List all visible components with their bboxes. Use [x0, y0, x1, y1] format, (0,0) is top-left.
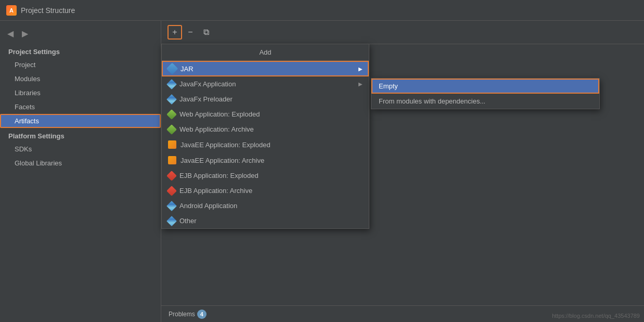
- javafx-preloader-icon: [166, 94, 177, 105]
- menu-item-javafx-preloader[interactable]: JavaFx Preloader: [162, 92, 369, 107]
- main-container: ◀ ▶ Project Settings Project Modules Lib…: [0, 21, 644, 322]
- add-dropdown-overlay: Add JAR ▶ Empty From modules with depend…: [161, 44, 369, 229]
- sidebar-item-artifacts[interactable]: Artifacts: [0, 114, 161, 128]
- javaee-archive-icon: [168, 156, 176, 164]
- menu-item-javaee-exploded-label: JavaEE Application: Exploded: [181, 141, 271, 149]
- content-area: + − ⧉ Add JAR ▶ Empty From modules with …: [161, 21, 644, 322]
- problems-item[interactable]: Problems 4: [165, 307, 210, 321]
- javafx-app-arrow-icon: ▶: [358, 81, 363, 87]
- menu-item-ejb-archive-label: EJB Application: Archive: [179, 187, 252, 195]
- copy-button[interactable]: ⧉: [199, 25, 213, 40]
- other-icon: [166, 216, 177, 226]
- menu-item-web-app-archive[interactable]: Web Application: Archive: [162, 122, 369, 137]
- window-title: Project Structure: [21, 6, 75, 15]
- toolbar: + − ⧉: [161, 21, 644, 44]
- platform-settings-header: Platform Settings: [0, 128, 161, 142]
- menu-item-jar[interactable]: JAR ▶ Empty From modules with dependenci…: [162, 61, 369, 76]
- problems-badge: 4: [197, 310, 207, 319]
- javafx-app-icon: [166, 79, 177, 89]
- menu-item-web-app-archive-label: Web Application: Archive: [179, 125, 254, 133]
- menu-item-web-app-exploded[interactable]: Web Application: Exploded: [162, 107, 369, 122]
- menu-item-ejb-exploded[interactable]: EJB Application: Exploded: [162, 168, 369, 183]
- ejb-archive-icon: [166, 186, 177, 196]
- sidebar-item-modules[interactable]: Modules: [0, 72, 161, 86]
- menu-item-ejb-archive[interactable]: EJB Application: Archive: [162, 183, 369, 198]
- sidebar-item-project[interactable]: Project: [0, 58, 161, 72]
- forward-button[interactable]: ▶: [19, 27, 31, 40]
- menu-item-other-label: Other: [179, 217, 197, 225]
- jar-icon: [166, 63, 178, 75]
- menu-item-javaee-exploded[interactable]: JavaEE Application: Exploded: [162, 137, 369, 152]
- menu-item-javaee-archive-label: JavaEE Application: Archive: [181, 157, 264, 164]
- sidebar-item-libraries[interactable]: Libraries: [0, 86, 161, 100]
- menu-item-javaee-archive[interactable]: JavaEE Application: Archive: [162, 152, 369, 168]
- sidebar-item-global-libraries[interactable]: Global Libraries: [0, 156, 161, 170]
- android-app-icon: [166, 201, 177, 211]
- menu-item-web-app-exploded-label: Web Application: Exploded: [179, 110, 260, 118]
- web-app-exploded-icon: [166, 109, 177, 120]
- add-button[interactable]: +: [168, 25, 182, 40]
- sidebar-item-sdks[interactable]: SDKs: [0, 142, 161, 156]
- submenu-item-from-modules[interactable]: From modules with dependencies...: [371, 94, 599, 109]
- title-bar: A Project Structure: [0, 0, 644, 21]
- sidebar: ◀ ▶ Project Settings Project Modules Lib…: [0, 21, 161, 322]
- remove-button[interactable]: −: [183, 25, 198, 40]
- menu-item-jar-label: JAR: [181, 65, 194, 73]
- add-menu-title: Add: [162, 44, 369, 61]
- menu-item-other[interactable]: Other: [162, 213, 369, 228]
- url-hint: https://blog.csdn.net/qq_43543789: [552, 313, 640, 319]
- submenu-item-empty[interactable]: Empty: [371, 79, 599, 94]
- menu-item-javafx-app-label: JavaFx Application: [179, 80, 236, 88]
- menu-item-android-app[interactable]: Android Application: [162, 198, 369, 213]
- javaee-exploded-icon: [168, 140, 176, 149]
- menu-item-ejb-exploded-label: EJB Application: Exploded: [179, 172, 259, 179]
- ejb-exploded-icon: [166, 171, 177, 181]
- menu-item-javafx-app[interactable]: JavaFx Application ▶: [162, 76, 369, 92]
- menu-item-javafx-preloader-label: JavaFx Preloader: [179, 95, 233, 103]
- sidebar-item-facets[interactable]: Facets: [0, 100, 161, 114]
- problems-label: Problems: [169, 311, 195, 318]
- jar-arrow-icon: ▶: [358, 66, 363, 72]
- sidebar-nav-bar: ◀ ▶: [0, 25, 161, 44]
- add-dropdown: Add JAR ▶ Empty From modules with depend…: [161, 44, 369, 229]
- back-button[interactable]: ◀: [4, 27, 17, 40]
- web-app-archive-icon: [166, 124, 177, 135]
- project-settings-header: Project Settings: [0, 44, 161, 58]
- app-icon: A: [6, 5, 17, 16]
- menu-item-android-app-label: Android Application: [179, 202, 237, 210]
- jar-submenu: Empty From modules with dependencies...: [371, 78, 600, 109]
